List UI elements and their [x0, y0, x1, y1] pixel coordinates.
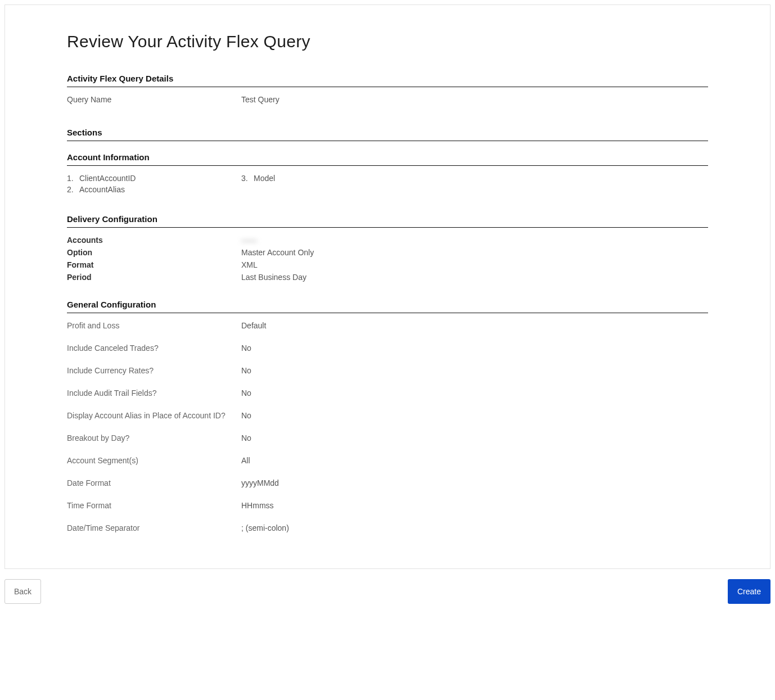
value-general: ; (semi-colon) [241, 523, 708, 532]
list-number: 1. [67, 174, 79, 183]
row-general: Time Format HHmmss [67, 501, 708, 510]
row-general: Account Segment(s) All [67, 456, 708, 465]
label-general: Breakout by Day? [67, 433, 241, 442]
review-panel: Review Your Activity Flex Query Activity… [4, 4, 771, 569]
value-accounts: —— [241, 236, 257, 245]
section-general-heading: General Configuration [67, 300, 708, 313]
label-general: Profit and Loss [67, 321, 241, 330]
row-general: Profit and Loss Default [67, 321, 708, 330]
list-label: ClientAccountID [79, 174, 136, 183]
row-option: Option Master Account Only [67, 248, 708, 257]
row-query-name: Query Name Test Query [67, 95, 708, 104]
row-general: Date Format yyyyMMdd [67, 478, 708, 487]
list-item: 1. ClientAccountID [67, 174, 241, 183]
value-general: No [241, 344, 708, 353]
value-option: Master Account Only [241, 248, 708, 257]
value-general: All [241, 456, 708, 465]
row-general: Breakout by Day? No [67, 433, 708, 442]
label-period: Period [67, 273, 241, 282]
label-general: Date/Time Separator [67, 523, 241, 532]
section-details-heading: Activity Flex Query Details [67, 74, 708, 87]
label-general: Time Format [67, 501, 241, 510]
section-account-info-heading: Account Information [67, 152, 708, 166]
label-query-name: Query Name [67, 95, 241, 104]
row-accounts: Accounts —— [67, 236, 708, 245]
list-item: 3. Model [241, 174, 416, 183]
back-button[interactable]: Back [4, 579, 41, 604]
page-title: Review Your Activity Flex Query [67, 32, 708, 51]
section-sections-heading: Sections [67, 128, 708, 141]
label-general: Include Currency Rates? [67, 366, 241, 375]
list-number: 2. [67, 185, 79, 194]
value-general: No [241, 389, 708, 398]
account-fields-list: 1. ClientAccountID 2. AccountAlias 3. Mo… [67, 174, 708, 196]
label-general: Account Segment(s) [67, 456, 241, 465]
create-button[interactable]: Create [728, 579, 771, 604]
list-label: Model [254, 174, 275, 183]
row-general: Date/Time Separator ; (semi-colon) [67, 523, 708, 532]
row-period: Period Last Business Day [67, 273, 708, 282]
row-general: Display Account Alias in Place of Accoun… [67, 411, 708, 420]
value-general: yyyyMMdd [241, 478, 708, 487]
label-general: Display Account Alias in Place of Accoun… [67, 411, 241, 420]
list-item: 2. AccountAlias [67, 185, 241, 194]
value-query-name: Test Query [241, 95, 708, 104]
value-period: Last Business Day [241, 273, 708, 282]
label-format: Format [67, 260, 241, 269]
row-general: Include Canceled Trades? No [67, 344, 708, 353]
label-general: Date Format [67, 478, 241, 487]
list-label: AccountAlias [79, 185, 125, 194]
value-general: No [241, 433, 708, 442]
value-general: Default [241, 321, 708, 330]
label-general: Include Audit Trail Fields? [67, 389, 241, 398]
value-general: HHmmss [241, 501, 708, 510]
row-general: Include Currency Rates? No [67, 366, 708, 375]
general-config-list: Profit and Loss Default Include Canceled… [67, 321, 708, 532]
footer-actions: Back Create [4, 579, 771, 604]
value-general: No [241, 411, 708, 420]
list-number: 3. [241, 174, 254, 183]
label-general: Include Canceled Trades? [67, 344, 241, 353]
label-accounts: Accounts [67, 236, 241, 245]
label-option: Option [67, 248, 241, 257]
value-general: No [241, 366, 708, 375]
section-delivery-heading: Delivery Configuration [67, 214, 708, 228]
value-format: XML [241, 260, 708, 269]
row-general: Include Audit Trail Fields? No [67, 389, 708, 398]
row-format: Format XML [67, 260, 708, 269]
